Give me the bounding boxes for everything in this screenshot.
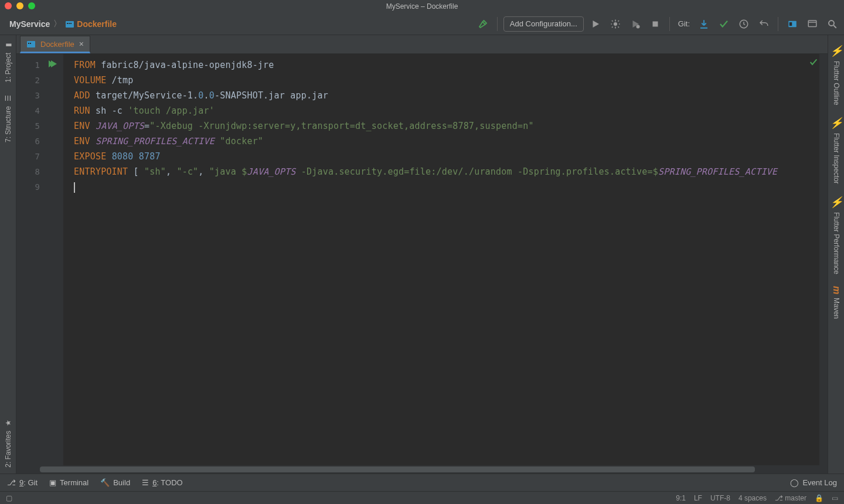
- structure-tool-button[interactable]: 7: Structure ☰: [4, 88, 12, 148]
- todo-tool-button[interactable]: ☰ 6: TODO: [142, 478, 183, 487]
- svg-rect-3: [70, 23, 72, 24]
- speech-bubble-icon: ◯: [790, 478, 799, 487]
- flutter-icon: ⚡: [830, 45, 843, 57]
- lock-icon[interactable]: 🔒: [815, 494, 823, 502]
- chevron-right-icon: 〉: [52, 19, 63, 29]
- flutter-icon: ⚡: [830, 117, 843, 130]
- stop-icon[interactable]: [647, 16, 663, 32]
- folder-icon: ▮: [4, 41, 12, 49]
- memory-indicator-icon[interactable]: ▭: [832, 494, 838, 502]
- git-history-icon[interactable]: [736, 16, 752, 32]
- event-log-button[interactable]: ◯ Event Log: [790, 478, 837, 487]
- ide-settings-icon[interactable]: [804, 16, 821, 32]
- run-line-marker-icon[interactable]: [48, 59, 57, 74]
- window-minimize-button[interactable]: [16, 2, 23, 9]
- window-titlebar: MyService – Dockerfile: [0, 0, 844, 13]
- maven-icon: m: [831, 286, 842, 294]
- project-structure-icon[interactable]: [784, 16, 801, 32]
- cursor-position[interactable]: 9:1: [676, 494, 686, 502]
- git-rollback-icon[interactable]: [755, 16, 772, 32]
- editor-overview-ruler[interactable]: [819, 54, 828, 465]
- debug-icon[interactable]: [607, 16, 624, 32]
- run-configuration-dropdown[interactable]: Add Configuration...: [503, 16, 584, 32]
- hammer-build-icon[interactable]: [475, 16, 491, 32]
- horizontal-scrollbar[interactable]: [16, 465, 828, 474]
- git-label: Git:: [678, 19, 690, 28]
- build-tool-button[interactable]: 🔨 Build: [100, 478, 130, 487]
- status-bar: ▢ 9:1 LF UTF-8 4 spaces ⎇ master 🔒 ▭: [0, 491, 844, 504]
- structure-icon: ☰: [4, 94, 12, 103]
- dockerfile-icon: [26, 39, 36, 49]
- run-config-label: Add Configuration...: [510, 19, 577, 28]
- left-tool-stripe: 1: Project ▮ 7: Structure ☰ 2: Favorites…: [0, 35, 16, 474]
- breadcrumb-file[interactable]: Dockerfile: [77, 19, 117, 29]
- svg-rect-14: [30, 43, 31, 44]
- terminal-tool-button[interactable]: ▣ Terminal: [49, 478, 89, 487]
- dockerfile-icon: [65, 19, 74, 29]
- right-tool-stripe: ⚡Flutter Outline ⚡Flutter Inspector ⚡Flu…: [828, 35, 844, 474]
- star-icon: ★: [4, 419, 12, 427]
- inspection-ok-icon[interactable]: [809, 57, 818, 69]
- svg-rect-9: [789, 22, 792, 26]
- search-everywhere-icon[interactable]: [824, 16, 840, 32]
- favorites-tool-button[interactable]: 2: Favorites ★: [4, 413, 12, 474]
- window-close-button[interactable]: [5, 2, 12, 9]
- code-content[interactable]: FROM fabric8/java-alpine-openjdk8-jreVOL…: [63, 54, 819, 465]
- project-tool-button[interactable]: 1: Project ▮: [4, 35, 12, 88]
- git-tool-button[interactable]: ⎇ 9: Git: [7, 478, 38, 487]
- scrollbar-thumb[interactable]: [40, 466, 755, 472]
- breadcrumb[interactable]: MyService 〉 Dockerfile: [4, 19, 122, 29]
- flutter-icon: ⚡: [830, 196, 843, 209]
- indent-label[interactable]: 4 spaces: [738, 494, 767, 502]
- list-icon: ☰: [142, 478, 149, 487]
- window-title: MyService – Dockerfile: [386, 2, 458, 11]
- git-commit-icon[interactable]: [716, 16, 732, 32]
- branch-icon: ⎇: [7, 478, 16, 487]
- code-editor[interactable]: 123456789 FROM fabric8/java-alpine-openj…: [16, 54, 828, 465]
- file-encoding[interactable]: UTF-8: [710, 494, 730, 502]
- text-cursor: [74, 182, 75, 193]
- svg-point-11: [829, 21, 834, 26]
- svg-point-5: [636, 25, 639, 28]
- git-branch[interactable]: ⎇ master: [775, 494, 806, 502]
- svg-rect-13: [28, 43, 29, 44]
- svg-rect-12: [27, 41, 35, 47]
- line-separator[interactable]: LF: [694, 494, 702, 502]
- navigation-bar: MyService 〉 Dockerfile Add Configuration…: [0, 13, 844, 35]
- terminal-icon: ▣: [49, 478, 56, 487]
- editor-tab-label: Dockerfile: [40, 40, 74, 49]
- window-zoom-button[interactable]: [28, 2, 35, 9]
- svg-rect-1: [67, 23, 68, 24]
- run-gutter: [45, 54, 63, 465]
- close-tab-icon[interactable]: ×: [79, 39, 84, 49]
- maven-button[interactable]: mMaven: [831, 280, 842, 325]
- breadcrumb-project[interactable]: MyService: [9, 19, 50, 29]
- editor-tabs-row: Dockerfile ×: [16, 35, 828, 54]
- svg-rect-0: [66, 21, 74, 28]
- line-number-gutter: 123456789: [16, 54, 45, 465]
- flutter-performance-button[interactable]: ⚡Flutter Performance: [830, 190, 843, 280]
- svg-rect-6: [652, 21, 658, 26]
- hammer-icon: 🔨: [100, 478, 110, 487]
- editor-tab-dockerfile[interactable]: Dockerfile ×: [20, 36, 90, 53]
- svg-rect-2: [69, 23, 70, 24]
- svg-point-4: [614, 22, 617, 26]
- run-icon[interactable]: [587, 16, 604, 32]
- flutter-inspector-button[interactable]: ⚡Flutter Inspector: [830, 111, 843, 190]
- toggle-tool-windows-icon[interactable]: ▢: [6, 494, 12, 502]
- bottom-tool-stripe: ⎇ 9: Git ▣ Terminal 🔨 Build ☰ 6: TODO ◯ …: [0, 474, 844, 491]
- svg-rect-10: [808, 21, 816, 27]
- flutter-outline-button[interactable]: ⚡Flutter Outline: [830, 39, 843, 111]
- git-pull-icon[interactable]: [696, 16, 712, 32]
- run-with-coverage-icon[interactable]: [627, 16, 644, 32]
